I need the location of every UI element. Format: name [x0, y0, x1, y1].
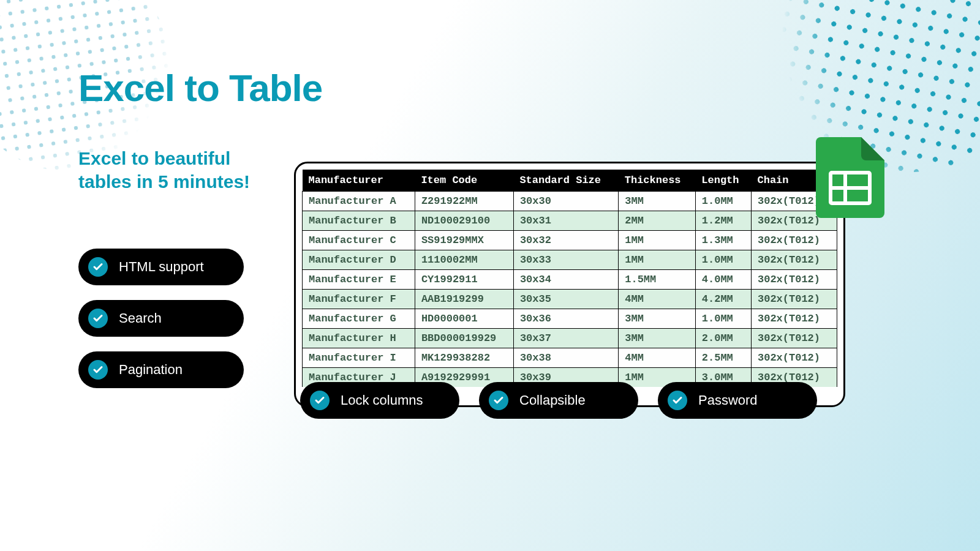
table-row: Manufacturer HBBD00001992930x373MM2.0MM3… — [303, 329, 837, 348]
table-cell: 2.0MM — [695, 329, 751, 348]
check-icon — [88, 257, 108, 277]
check-icon — [489, 391, 508, 410]
table-cell: 30x31 — [513, 211, 618, 231]
check-icon — [310, 391, 330, 410]
table-cell: 302x(T012) — [752, 250, 837, 270]
check-icon — [668, 391, 687, 410]
feature-pill-pagination: Pagination — [78, 351, 244, 388]
left-feature-list: HTML support Search Pagination — [78, 249, 244, 388]
table-row: Manufacturer BND10002910030x312MM1.2MM30… — [303, 211, 837, 231]
table-cell: 302x(T012) — [752, 348, 837, 368]
table-cell: 1.0MM — [695, 309, 751, 329]
col-header: Item Code — [415, 170, 513, 192]
table-cell: CY1992911 — [415, 270, 513, 290]
table-cell: Manufacturer B — [303, 211, 415, 231]
check-icon — [88, 309, 108, 328]
table-cell: 30x36 — [513, 309, 618, 329]
table-cell: 302x(T012) — [752, 329, 837, 348]
bottom-feature-list: Lock columns Collapsible Password — [300, 382, 817, 419]
table-cell: 30x33 — [513, 250, 618, 270]
table-cell: Manufacturer E — [303, 270, 415, 290]
feature-label: HTML support — [119, 259, 204, 275]
feature-pill-search: Search — [78, 300, 244, 337]
table-cell: 1.3MM — [695, 231, 751, 250]
table-cell: Manufacturer I — [303, 348, 415, 368]
table-cell: BBD000019929 — [415, 329, 513, 348]
table-cell: 30x34 — [513, 270, 618, 290]
table-cell: Z291922MM — [415, 192, 513, 211]
table-row: Manufacturer IMK12993828230x384MM2.5MM30… — [303, 348, 837, 368]
table-header-row: Manufacturer Item Code Standard Size Thi… — [303, 170, 837, 192]
check-icon — [88, 360, 108, 380]
feature-label: Collapsible — [519, 392, 586, 408]
table-cell: 3MM — [619, 309, 696, 329]
feature-pill-password: Password — [658, 382, 817, 419]
table-cell: 1.0MM — [695, 192, 751, 211]
table-cell: 1MM — [619, 250, 696, 270]
table-cell: 1MM — [619, 231, 696, 250]
col-header: Length — [695, 170, 751, 192]
table-cell: HD0000001 — [415, 309, 513, 329]
table-cell: Manufacturer D — [303, 250, 415, 270]
table-row: Manufacturer GHD000000130x363MM1.0MM302x… — [303, 309, 837, 329]
table-cell: SS91929MMX — [415, 231, 513, 250]
table-cell: 30x38 — [513, 348, 618, 368]
table-cell: 302x(T012) — [752, 270, 837, 290]
feature-label: Password — [698, 392, 758, 408]
table-cell: 3MM — [619, 329, 696, 348]
table-cell: 1110002MM — [415, 250, 513, 270]
table-cell: 30x32 — [513, 231, 618, 250]
table-cell: 2.5MM — [695, 348, 751, 368]
table-cell: Manufacturer H — [303, 329, 415, 348]
page-title: Excel to Table — [78, 66, 322, 110]
table-row: Manufacturer D1110002MM30x331MM1.0MM302x… — [303, 250, 837, 270]
table-cell: 1.0MM — [695, 250, 751, 270]
table-row: Manufacturer ECY199291130x341.5MM4.0MM30… — [303, 270, 837, 290]
table-cell: 4MM — [619, 290, 696, 309]
table-cell: Manufacturer A — [303, 192, 415, 211]
table-cell: 2MM — [619, 211, 696, 231]
table-cell: 4.0MM — [695, 270, 751, 290]
table-cell: Manufacturer G — [303, 309, 415, 329]
table-row: Manufacturer FAAB191929930x354MM4.2MM302… — [303, 290, 837, 309]
table-cell: 4.2MM — [695, 290, 751, 309]
table-cell: 1.2MM — [695, 211, 751, 231]
table-cell: 30x30 — [513, 192, 618, 211]
table-cell: 302x(T012) — [752, 231, 837, 250]
table-cell: 302x(T012) — [752, 309, 837, 329]
table-cell: 3MM — [619, 192, 696, 211]
spreadsheet-icon — [816, 137, 884, 218]
table-cell: Manufacturer F — [303, 290, 415, 309]
preview-table: Manufacturer Item Code Standard Size Thi… — [302, 170, 837, 387]
feature-pill-collapsible: Collapsible — [479, 382, 638, 419]
col-header: Standard Size — [513, 170, 618, 192]
col-header: Thickness — [619, 170, 696, 192]
table-cell: MK129938282 — [415, 348, 513, 368]
table-cell: 302x(T012) — [752, 290, 837, 309]
table-cell: 30x35 — [513, 290, 618, 309]
table-cell: Manufacturer C — [303, 231, 415, 250]
feature-pill-html-support: HTML support — [78, 249, 244, 285]
feature-label: Pagination — [119, 362, 183, 378]
table-row: Manufacturer AZ291922MM30x303MM1.0MM302x… — [303, 192, 837, 211]
table-cell: 30x37 — [513, 329, 618, 348]
table-cell: 4MM — [619, 348, 696, 368]
table-preview-card: Manufacturer Item Code Standard Size Thi… — [294, 162, 845, 407]
table-cell: AAB1919299 — [415, 290, 513, 309]
page-subtitle: Excel to beautiful tables in 5 minutes! — [78, 147, 268, 193]
table-cell: 1.5MM — [619, 270, 696, 290]
table-cell: ND100029100 — [415, 211, 513, 231]
feature-label: Lock columns — [341, 392, 423, 408]
table-row: Manufacturer CSS91929MMX30x321MM1.3MM302… — [303, 231, 837, 250]
feature-pill-lock-columns: Lock columns — [300, 382, 459, 419]
col-header: Manufacturer — [303, 170, 415, 192]
feature-label: Search — [119, 310, 162, 326]
